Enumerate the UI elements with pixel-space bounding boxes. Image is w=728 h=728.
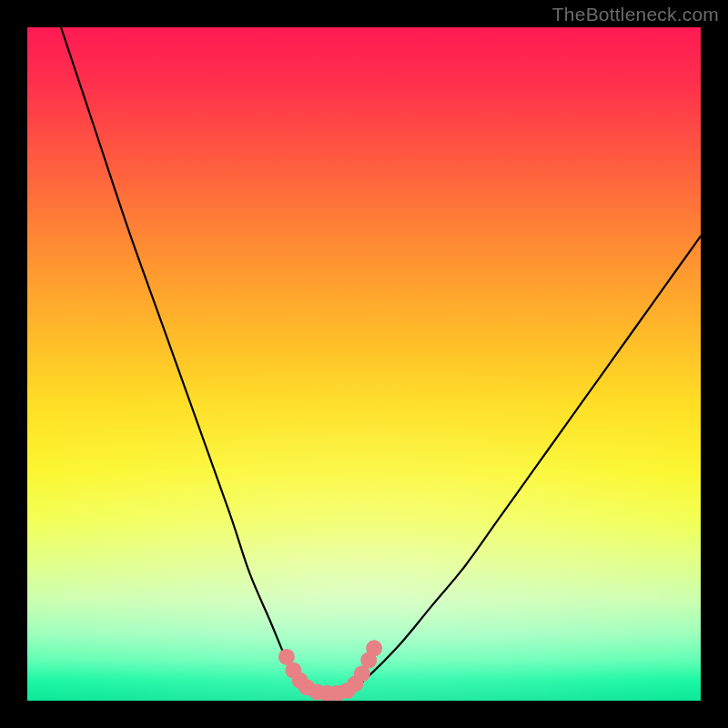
highlight-marker [366,640,382,656]
curve-layer [27,27,701,701]
chart-frame: TheBottleneck.com [0,0,728,728]
highlight-markers [278,640,382,701]
main-curve [61,27,701,694]
plot-area [27,27,701,701]
watermark-text: TheBottleneck.com [552,4,719,25]
